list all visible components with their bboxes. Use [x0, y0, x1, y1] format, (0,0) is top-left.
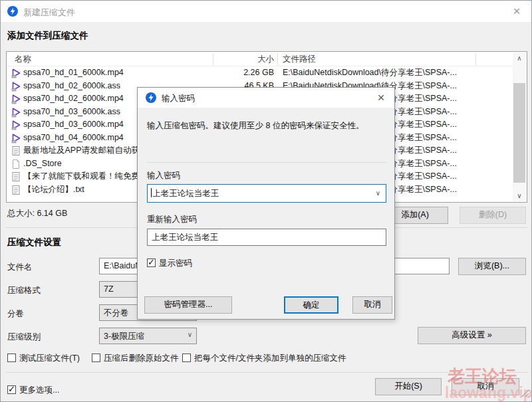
- checkbox-icon[interactable]: [147, 258, 156, 267]
- password-label: 输入密码: [147, 170, 180, 181]
- archive-settings-section-title: 压缩文件设置: [7, 237, 61, 249]
- password-manager-button[interactable]: 密码管理器...: [144, 296, 232, 314]
- scroll-up-icon[interactable]: ∧: [513, 52, 526, 64]
- text-caret: [151, 188, 152, 197]
- text-file-icon: [11, 185, 21, 195]
- file-row[interactable]: spsa70_hd_01_6000k.mp42.26 GBE:\BaiduNet…: [7, 66, 512, 80]
- file-size: 2.26 GB: [206, 66, 274, 80]
- checkbox-label: 测试压缩文件(T): [19, 353, 80, 363]
- column-separator[interactable]: [277, 53, 278, 65]
- column-separator[interactable]: [475, 53, 476, 65]
- checkbox-label: 更多选项...: [19, 385, 59, 395]
- bandizip-logo-icon: [7, 6, 18, 17]
- password-hint-text: 输入压缩包密码。建议使用至少 8 位的密码来保证安全性。: [147, 120, 386, 132]
- password-dialog-title: 输入密码: [162, 93, 195, 104]
- format-value: 7Z: [104, 284, 114, 294]
- separate-archives-checkbox[interactable]: 把每个文件/文件夹添加到单独的压缩文件: [182, 353, 346, 364]
- column-header-path[interactable]: 文件路径: [283, 54, 316, 65]
- column-header-name[interactable]: 名称: [15, 54, 31, 65]
- window-title: 新建压缩文件: [23, 7, 75, 19]
- more-options-checkbox[interactable]: 更多选项...: [7, 385, 59, 396]
- checkbox-icon[interactable]: [7, 353, 16, 362]
- window-close-icon[interactable]: ×: [509, 3, 525, 19]
- show-password-checkbox[interactable]: 显示密码: [147, 258, 192, 269]
- video-file-icon: [11, 133, 21, 144]
- level-select[interactable]: 3-极限压缩∨: [99, 328, 197, 344]
- confirm-password-value: 上老王论坛当老王: [152, 233, 218, 242]
- new-archive-window: 新建压缩文件 × 添加文件到压缩文件 名称 大小 文件路径 spsa70_hd_…: [0, 0, 532, 402]
- advanced-settings-button[interactable]: 高级设置 »: [418, 327, 526, 344]
- volume-label: 分卷: [7, 308, 24, 320]
- scrollbar-thumb[interactable]: [513, 83, 525, 183]
- vertical-scrollbar[interactable]: ∧ ∨: [513, 52, 526, 201]
- divider: [6, 372, 527, 373]
- column-header-size[interactable]: 大小: [213, 54, 274, 65]
- ok-button[interactable]: 确定: [284, 296, 338, 314]
- file-list-header[interactable]: 名称 大小 文件路径: [7, 52, 527, 66]
- file-path: E:\BaiduNetdiskDownload\待分享老王\SPSA-...: [283, 66, 475, 80]
- blank-file-icon: [11, 159, 21, 169]
- checkbox-label: 显示密码: [159, 258, 192, 268]
- start-button[interactable]: 开始(S): [375, 378, 442, 395]
- test-archive-checkbox[interactable]: 测试压缩文件(T): [7, 353, 80, 364]
- password-dialog: 输入密码 × 输入压缩包密码。建议使用至少 8 位的密码来保证安全性。 输入密码…: [137, 87, 395, 320]
- delete-button: 删除(D): [460, 207, 526, 224]
- chevron-down-icon: ∨: [188, 331, 192, 338]
- divider: [147, 162, 386, 163]
- video-file-icon: [11, 81, 21, 92]
- video-file-icon: [11, 107, 21, 118]
- checkbox-label: 压缩后删除原始文件: [104, 353, 179, 363]
- add-files-section-title: 添加文件到压缩文件: [7, 30, 88, 42]
- level-value: 3-极限压缩: [104, 332, 144, 341]
- dialog-close-icon[interactable]: ×: [373, 90, 389, 106]
- checkbox-icon[interactable]: [182, 353, 191, 362]
- resize-grip[interactable]: [521, 389, 529, 399]
- scroll-down-icon[interactable]: ∨: [513, 190, 526, 201]
- window-titlebar: 新建压缩文件 ×: [1, 1, 531, 22]
- checkbox-icon[interactable]: [7, 385, 16, 394]
- level-label: 压缩级别: [7, 332, 41, 343]
- checkbox-label: 把每个文件/文件夹添加到单独的压缩文件: [194, 353, 346, 363]
- delete-after-checkbox[interactable]: 压缩后删除原始文件: [92, 353, 179, 364]
- chevron-down-icon[interactable]: ∨: [376, 190, 380, 197]
- filename-label: 文件名: [7, 262, 33, 273]
- confirm-password-input[interactable]: 上老王论坛当老王: [147, 229, 386, 246]
- cancel-button[interactable]: 取消: [452, 378, 519, 395]
- password-dialog-titlebar: 输入密码 ×: [138, 88, 394, 108]
- text-file-icon: [11, 171, 21, 182]
- password-input[interactable]: 上老王论坛当老王 ∨: [147, 184, 386, 203]
- bandizip-logo-icon: [146, 92, 156, 103]
- password-value: 上老王论坛当老王: [152, 189, 219, 198]
- video-file-icon: [11, 68, 21, 78]
- browse-button[interactable]: 浏览(B)...: [458, 258, 526, 275]
- checkbox-icon[interactable]: [92, 353, 100, 362]
- dialog-cancel-button[interactable]: 取消: [352, 296, 392, 314]
- total-size-label: 总大小: 6.14 GB: [7, 208, 67, 219]
- confirm-password-label: 重新输入密码: [147, 214, 197, 225]
- video-file-icon: [11, 94, 21, 104]
- format-label: 压缩格式: [7, 285, 41, 296]
- file-name: spsa70_hd_01_6000k.mp4: [23, 66, 209, 80]
- text-file-icon: [11, 146, 21, 156]
- video-file-icon: [11, 120, 21, 130]
- volume-value: 不分卷: [104, 308, 129, 318]
